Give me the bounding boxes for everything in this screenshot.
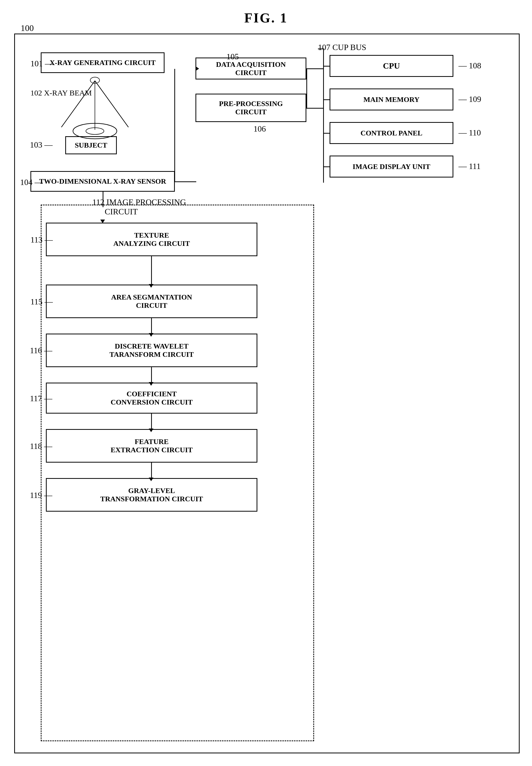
arrow-to-dac xyxy=(195,66,199,71)
vc-118-119 xyxy=(151,463,152,479)
subject-box: SUBJECT xyxy=(65,136,117,154)
dac-box: DATA ACQUISITION CIRCUIT xyxy=(195,58,306,79)
arrow-116-117 xyxy=(149,382,153,386)
svg-line-1 xyxy=(95,81,128,127)
ref-118-label: 118 — xyxy=(30,442,52,451)
h-line-to-dac xyxy=(174,181,196,182)
feature-box: FEATURE EXTRACTION CIRCUIT xyxy=(46,429,257,463)
control-panel-box: CONTROL PANEL xyxy=(330,122,453,144)
outer-diagram-box: X-RAY GENERATING CIRCUIT 101 — 102 X-RAY… xyxy=(14,34,520,753)
line-ppc-to-bus xyxy=(306,108,324,109)
h-line-to-cp xyxy=(323,133,330,134)
ppc-box: PRE-PROCESSING CIRCUIT xyxy=(195,94,306,122)
h-line-to-idu xyxy=(323,166,330,167)
v-line-dac-ppc xyxy=(306,68,307,109)
h-line-to-cpu xyxy=(323,66,330,67)
ref-109-label: — 109 xyxy=(459,94,481,104)
arrow-115-116 xyxy=(149,333,153,337)
ref-108-label: — 108 xyxy=(459,61,481,70)
xray-cone-diagram xyxy=(54,76,136,143)
xray-gen-box: X-RAY GENERATING CIRCUIT xyxy=(41,52,165,73)
ref-110-label: — 110 xyxy=(459,128,481,137)
arrow-117-118 xyxy=(149,429,153,432)
ref-104-label: 104 — xyxy=(20,177,43,187)
sensor-box: TWO-DIMENSIONAL X-RAY SENSOR xyxy=(30,171,175,192)
ref-117-label: 117 — xyxy=(30,394,52,403)
graylevel-box: GRAY-LEVEL TRANSFORMATION CIRCUIT xyxy=(46,478,257,512)
ref-100-label: 100 xyxy=(21,23,34,33)
vc-116-117 xyxy=(151,367,152,383)
line-dac-to-bus xyxy=(306,68,324,69)
page-title: FIG. 1 xyxy=(0,10,532,26)
ref-107-label: 107 CUP BUS xyxy=(318,43,366,52)
cpu-box: CPU xyxy=(330,55,453,77)
vc-113-115 xyxy=(151,256,152,285)
coeff-box: COEFFICIENT CONVERSION CIRCUIT xyxy=(46,382,257,414)
vc-115-116 xyxy=(151,318,152,334)
ref-113-label: 113 — xyxy=(30,235,53,244)
image-display-box: IMAGE DISPLAY UNIT xyxy=(330,156,453,177)
texture-box: TEXTURE ANALYZING CIRCUIT xyxy=(46,223,257,256)
vc-117-118 xyxy=(151,414,152,430)
wavelet-box: DISCRETE WAVELET TARANSFORM CIRCUIT xyxy=(46,333,257,367)
h-line-to-mm xyxy=(323,99,330,100)
ref-101-label: 101 — xyxy=(30,59,53,68)
ref-116-label: 116 — xyxy=(30,346,52,355)
ref-106-label: 106 xyxy=(253,124,266,134)
area-seg-box: AREA SEGMANTATION CIRCUIT xyxy=(46,284,257,318)
arrow-113-115 xyxy=(149,284,153,288)
v-line-sensor-to-dac xyxy=(174,69,175,182)
ref-119-label: 119 — xyxy=(30,491,52,500)
arrow-118-119 xyxy=(149,478,153,481)
ref-105-label: 105 xyxy=(226,52,239,61)
svg-line-0 xyxy=(61,81,95,127)
ref-103-label: 103 — xyxy=(30,140,53,150)
ref-115-label: 115 — xyxy=(30,297,53,306)
ref-112-label: 112 IMAGE PROCESSING CIRCUIT xyxy=(92,197,186,216)
ref-111-label: — 111 xyxy=(459,161,481,171)
main-memory-box: MAIN MEMORY xyxy=(330,88,453,110)
